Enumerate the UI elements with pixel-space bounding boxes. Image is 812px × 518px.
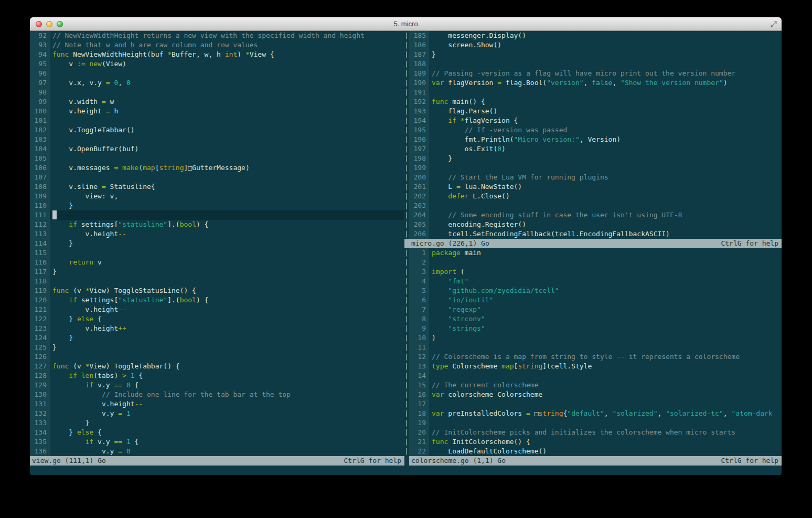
code-text[interactable]: screen.Show() bbox=[429, 40, 782, 50]
code-line[interactable]: 5 "github.com/zyedidia/tcell" bbox=[409, 286, 782, 295]
code-text[interactable] bbox=[429, 258, 782, 267]
code-text[interactable]: v := new(View) bbox=[50, 59, 404, 69]
code-text[interactable]: import ( bbox=[429, 267, 782, 277]
code-line[interactable]: 128 if len(tabs) > 1 { bbox=[30, 371, 404, 380]
code-text[interactable]: // Include one line for the tab bar at t… bbox=[50, 390, 404, 399]
code-line[interactable]: 113 v.height-- bbox=[30, 229, 404, 239]
code-text[interactable]: var preInstalledColors = □string{"defaul… bbox=[429, 409, 782, 418]
code-text[interactable]: // Colorscheme is a map from string to s… bbox=[429, 352, 782, 362]
code-text[interactable]: encoding.Register() bbox=[429, 220, 782, 229]
code-text[interactable] bbox=[50, 173, 404, 182]
code-line[interactable]: 95 v := new(View) bbox=[30, 59, 404, 69]
zoom-button[interactable] bbox=[57, 21, 63, 27]
code-line[interactable]: 119func (v *View) ToggleStatusLine() { bbox=[30, 286, 404, 295]
code-text[interactable]: defer L.Close() bbox=[429, 192, 782, 201]
code-line[interactable]: 100 v.height = h bbox=[30, 107, 404, 116]
code-line[interactable]: 195 // If -version was passed bbox=[409, 125, 782, 135]
code-text[interactable] bbox=[50, 116, 404, 125]
code-line[interactable]: 96 bbox=[30, 69, 404, 78]
code-text[interactable] bbox=[429, 399, 782, 409]
code-text[interactable]: } bbox=[50, 267, 404, 277]
code-line[interactable]: 200 // Start the Lua VM for running plug… bbox=[409, 173, 782, 182]
code-text[interactable]: "io/ioutil" bbox=[429, 295, 782, 305]
code-line[interactable]: 193 flag.Parse() bbox=[409, 107, 782, 116]
code-text[interactable] bbox=[50, 88, 404, 97]
code-line[interactable]: 190var flagVersion = flag.Bool("version"… bbox=[409, 78, 782, 88]
code-text[interactable]: } else { bbox=[50, 428, 404, 437]
code-line[interactable]: 18var preInstalledColors = □string{"defa… bbox=[409, 409, 782, 418]
code-text[interactable]: type Colorscheme map[string]tcell.Style bbox=[429, 362, 782, 371]
code-line[interactable]: 123 v.height++ bbox=[30, 324, 404, 333]
code-text[interactable]: v.height-- bbox=[50, 399, 404, 409]
code-line[interactable]: 98 bbox=[30, 88, 404, 97]
code-line[interactable]: 204 // Some encoding stuff in case the u… bbox=[409, 210, 782, 220]
code-text[interactable] bbox=[429, 418, 782, 428]
command-message-line[interactable] bbox=[30, 466, 782, 475]
code-line[interactable]: 12// Colorscheme is a map from string to… bbox=[409, 352, 782, 362]
code-line[interactable]: 192func main() { bbox=[409, 97, 782, 107]
code-text[interactable]: v.width = w bbox=[50, 97, 404, 107]
code-line[interactable]: 2 bbox=[409, 258, 782, 267]
code-text[interactable]: "strings" bbox=[429, 324, 782, 333]
code-text[interactable]: // InitColorscheme picks and initializes… bbox=[429, 428, 782, 437]
code-text[interactable]: // Passing -version as a flag will have … bbox=[429, 69, 782, 78]
code-text[interactable]: v.y = 0 bbox=[50, 447, 404, 456]
code-line[interactable]: 111 bbox=[30, 210, 404, 220]
code-line[interactable]: 117} bbox=[30, 267, 404, 277]
code-line[interactable]: 102 v.ToggleTabbar() bbox=[30, 125, 404, 135]
code-text[interactable]: } bbox=[429, 50, 782, 59]
window-titlebar[interactable]: 5. micro ⤢ bbox=[30, 17, 782, 31]
code-line[interactable]: 92// NewViewWidthHeight returns a new vi… bbox=[30, 31, 404, 40]
code-line[interactable]: 125} bbox=[30, 343, 404, 352]
code-text[interactable]: if v.y == 1 { bbox=[50, 437, 404, 447]
code-text[interactable] bbox=[429, 88, 782, 97]
code-line[interactable]: 108 v.sline = Statusline{ bbox=[30, 182, 404, 192]
code-line[interactable]: 114 } bbox=[30, 239, 404, 248]
code-text[interactable]: "github.com/zyedidia/tcell" bbox=[429, 286, 782, 295]
code-text[interactable]: func (v *View) ToggleStatusLine() { bbox=[50, 286, 404, 295]
code-text[interactable]: var colorscheme Colorscheme bbox=[429, 390, 782, 399]
code-text[interactable]: fmt.Println("Micro version:", Version) bbox=[429, 135, 782, 144]
code-text[interactable]: var flagVersion = flag.Bool("version", f… bbox=[429, 78, 782, 88]
code-text[interactable] bbox=[429, 59, 782, 69]
code-line[interactable]: 103 bbox=[30, 135, 404, 144]
code-line[interactable]: 10) bbox=[409, 333, 782, 343]
code-line[interactable]: 16var colorscheme Colorscheme bbox=[409, 390, 782, 399]
code-line[interactable]: 107 bbox=[30, 173, 404, 182]
code-line[interactable]: 106 v.messages = make(map[string]□Gutter… bbox=[30, 163, 404, 173]
code-text[interactable]: // The current colorscheme bbox=[429, 380, 782, 390]
code-text[interactable] bbox=[50, 352, 404, 362]
code-text[interactable]: } bbox=[50, 343, 404, 352]
code-line[interactable]: 130 // Include one line for the tab bar … bbox=[30, 390, 404, 399]
code-text[interactable]: func InitColorscheme() { bbox=[429, 437, 782, 447]
code-line[interactable]: 197 os.Exit(0) bbox=[409, 144, 782, 154]
code-text[interactable]: v.OpenBuffer(buf) bbox=[50, 144, 404, 154]
code-text[interactable] bbox=[429, 201, 782, 210]
code-line[interactable]: 191 bbox=[409, 88, 782, 97]
code-line[interactable]: 134 } else { bbox=[30, 428, 404, 437]
code-line[interactable]: 99 v.width = w bbox=[30, 97, 404, 107]
code-line[interactable]: 105 bbox=[30, 154, 404, 163]
code-text[interactable]: if len(tabs) > 1 { bbox=[50, 371, 404, 380]
code-line[interactable]: 196 fmt.Println("Micro version:", Versio… bbox=[409, 135, 782, 144]
code-line[interactable]: 120 if settings["statusline"].(bool) { bbox=[30, 295, 404, 305]
code-text[interactable]: // If -version was passed bbox=[429, 125, 782, 135]
code-text[interactable]: // NewViewWidthHeight returns a new view… bbox=[50, 31, 404, 40]
code-line[interactable]: 132 v.y = 1 bbox=[30, 409, 404, 418]
code-text[interactable]: func NewViewWidthHeight(buf *Buffer, w, … bbox=[50, 50, 404, 59]
code-text[interactable]: "fmt" bbox=[429, 277, 782, 286]
code-text[interactable] bbox=[50, 154, 404, 163]
code-line[interactable]: 110 } bbox=[30, 201, 404, 210]
code-text[interactable]: return v bbox=[50, 258, 404, 267]
code-text[interactable]: // Some encoding stuff in case the user … bbox=[429, 210, 782, 220]
vertical-split-divider[interactable]: ||||||||||||||||||||||||||||||||||||||||… bbox=[404, 31, 409, 466]
code-text[interactable]: if *flagVersion { bbox=[429, 116, 782, 125]
code-line[interactable]: 131 v.height-- bbox=[30, 399, 404, 409]
fullscreen-icon[interactable]: ⤢ bbox=[771, 19, 777, 29]
code-text[interactable]: "strconv" bbox=[429, 314, 782, 324]
code-line[interactable]: 101 bbox=[30, 116, 404, 125]
code-text[interactable]: } bbox=[50, 333, 404, 343]
code-line[interactable]: 14 bbox=[409, 371, 782, 380]
code-text[interactable]: v.height-- bbox=[50, 305, 404, 314]
code-line[interactable]: 21func InitColorscheme() { bbox=[409, 437, 782, 447]
